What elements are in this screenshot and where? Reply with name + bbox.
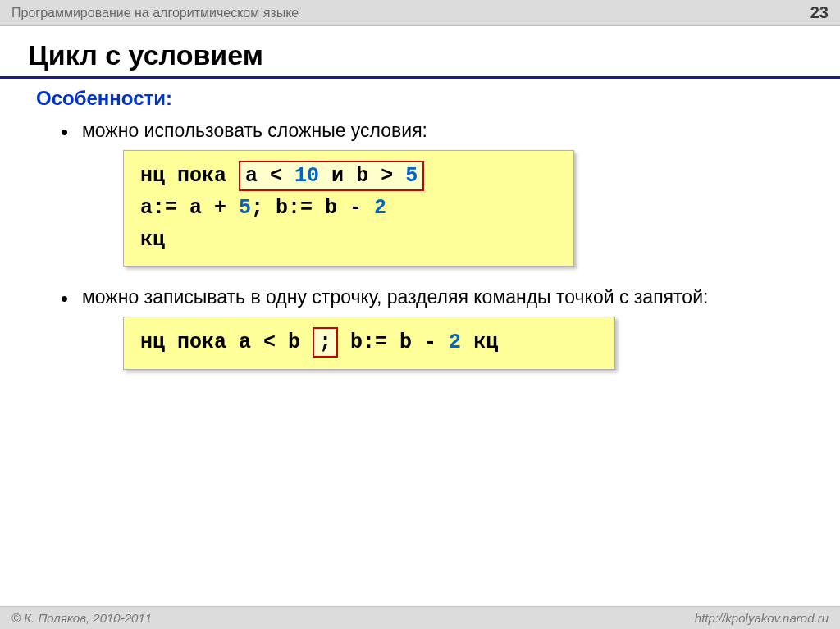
slide-title: Цикл с условием	[0, 26, 840, 79]
code-token: >	[381, 164, 393, 188]
copyright: © К. Поляков, 2010-2011	[11, 611, 152, 625]
course-title: Программирование на алгоритмическом язык…	[11, 6, 299, 21]
code-line: нц пока a < b ; b:= b - 2 кц	[140, 327, 598, 359]
page-number: 23	[810, 3, 829, 22]
feature-item: можно использовать сложные условия: нц п…	[61, 118, 804, 267]
footer-url: http://kpolyakov.narod.ru	[695, 611, 829, 625]
code-token: <	[270, 164, 282, 188]
code-token: кц	[461, 330, 498, 354]
code-block-1: нц пока a < 10 и b > 5 a:= a + 5; b:= b …	[123, 150, 574, 267]
section-subhead: Особенности:	[36, 87, 804, 110]
code-token: a	[245, 164, 258, 188]
code-block-2: нц пока a < b ; b:= b - 2 кц	[123, 317, 615, 370]
code-line: a:= a + 5; b:= b - 2	[140, 193, 557, 225]
feature-text: можно использовать сложные условия:	[82, 120, 427, 141]
code-line: нц пока a < 10 и b > 5	[140, 161, 557, 193]
highlight-condition: a < 10 и b > 5	[239, 161, 424, 191]
feature-text: можно записывать в одну строчку, разделя…	[82, 286, 708, 308]
code-token: a:= a +	[140, 196, 239, 220]
slide-footer: © К. Поляков, 2010-2011 http://kpolyakov…	[0, 606, 840, 629]
code-token: ; b:= b -	[251, 196, 374, 220]
code-token: нц пока	[140, 164, 239, 188]
code-number: 5	[405, 164, 418, 188]
highlight-semicolon: ;	[313, 327, 338, 358]
code-number: 10	[294, 164, 319, 188]
code-token: нц пока a < b	[140, 330, 300, 354]
feature-item: можно записывать в одну строчку, разделя…	[61, 285, 804, 370]
code-number: 5	[239, 196, 251, 220]
code-token: b:= b -	[338, 330, 449, 354]
code-line: кц	[140, 225, 557, 257]
code-number: 2	[449, 330, 461, 354]
code-number: 2	[374, 196, 386, 220]
code-token: b	[356, 164, 368, 188]
feature-list: можно использовать сложные условия: нц п…	[36, 118, 804, 370]
slide-content: Особенности: можно использовать сложные …	[0, 87, 840, 370]
code-token: и	[319, 164, 356, 188]
slide-header: Программирование на алгоритмическом язык…	[0, 0, 840, 26]
